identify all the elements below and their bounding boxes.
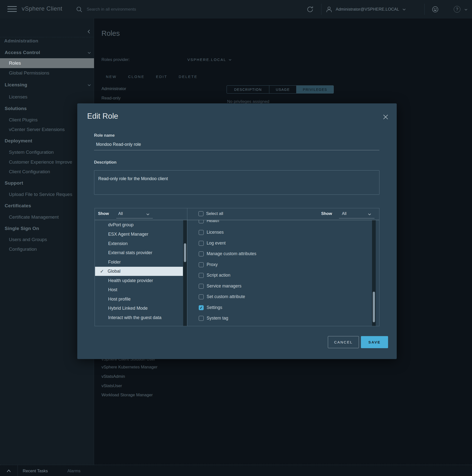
privilege-row[interactable]: System tag: [199, 316, 228, 321]
privilege-row-settings[interactable]: ✓Settings: [199, 305, 222, 310]
list-item[interactable]: External stats provider: [95, 248, 183, 257]
privilege-row[interactable]: Log event: [199, 241, 226, 246]
privilege-row[interactable]: Licenses: [199, 230, 224, 235]
privilege-row[interactable]: Health: [199, 220, 219, 223]
tab-privileges[interactable]: PRIVILEGES: [296, 86, 334, 93]
left-show-label: Show: [98, 211, 109, 216]
help-chevron-down-icon[interactable]: [464, 8, 468, 11]
role-detail-tabs: DESCRIPTION USAGE PRIVILEGES: [227, 85, 334, 94]
collapse-sidebar-icon[interactable]: [87, 29, 91, 34]
page-title: Roles: [101, 29, 120, 38]
right-show-label: Show: [321, 211, 332, 216]
checkbox[interactable]: [199, 262, 204, 267]
list-item[interactable]: Extension: [95, 239, 183, 248]
tab-description[interactable]: DESCRIPTION: [227, 86, 269, 93]
sidebar-item-licensing[interactable]: Licensing: [5, 82, 92, 88]
description-textarea[interactable]: Read-only role for the Mondoo client: [94, 170, 379, 195]
select-all-row[interactable]: Select all: [198, 211, 223, 216]
roles-provider-label: Roles provider:: [101, 57, 130, 62]
cancel-button[interactable]: CANCEL: [328, 336, 359, 348]
roles-action-bar: NEW CLONE EDIT DELETE: [106, 75, 197, 79]
right-scrollbar-thumb[interactable]: [373, 292, 375, 322]
list-item[interactable]: Hybrid Linked Mode: [95, 304, 183, 313]
header-divider: [321, 4, 321, 15]
footer-tab-alarms[interactable]: Alarms: [67, 469, 80, 474]
chevron-down-icon: [87, 83, 91, 87]
role-row[interactable]: vStatsUser: [101, 383, 122, 388]
edit-button[interactable]: EDIT: [156, 75, 167, 79]
checkbox[interactable]: [199, 316, 204, 321]
role-row[interactable]: Read-only: [101, 96, 121, 101]
check-icon: ✓: [100, 267, 104, 276]
modal-title: Edit Role: [87, 112, 118, 121]
sidebar-item-access-control[interactable]: Access Control: [5, 50, 92, 55]
list-item[interactable]: dvPort group: [95, 220, 183, 229]
tab-usage[interactable]: USAGE: [269, 86, 296, 93]
chevron-up-icon[interactable]: [6, 469, 11, 473]
checkbox[interactable]: [199, 284, 204, 289]
checkbox-checked[interactable]: ✓: [199, 305, 204, 310]
clone-button[interactable]: CLONE: [128, 75, 145, 79]
delete-button[interactable]: DELETE: [179, 75, 197, 79]
list-item-selected-global[interactable]: ✓Global: [95, 267, 183, 276]
role-name-input[interactable]: [94, 140, 379, 150]
role-row[interactable]: Administrator: [101, 86, 126, 91]
footer-divider: [18, 465, 18, 476]
privilege-row[interactable]: Script action: [199, 273, 230, 278]
sidebar-item-global-permissions[interactable]: Global Permissions: [0, 70, 94, 76]
privilege-row[interactable]: Set custom attribute: [199, 294, 245, 299]
status-bar: Recent Tasks Alarms: [0, 465, 472, 476]
menu-icon[interactable]: [7, 6, 17, 12]
help-icon[interactable]: ?: [454, 6, 460, 13]
left-dropdown-underline: [116, 218, 153, 218]
chevron-down-icon[interactable]: [368, 212, 372, 216]
checkbox[interactable]: [199, 273, 204, 278]
user-icon: [325, 6, 333, 13]
list-item[interactable]: Host: [95, 285, 183, 294]
privileges-dual-list: Show All Select all Show All dvPort grou…: [95, 208, 379, 326]
checkbox[interactable]: [199, 220, 204, 223]
save-button[interactable]: SAVE: [361, 336, 388, 348]
search-icon: [76, 6, 83, 13]
global-search[interactable]: [76, 4, 234, 14]
sidebar-item-licenses[interactable]: Licenses: [0, 94, 94, 100]
chevron-down-icon: [87, 51, 91, 55]
list-item[interactable]: Folder: [95, 258, 183, 267]
search-input[interactable]: [86, 7, 224, 12]
right-dropdown-underline: [339, 218, 374, 218]
refresh-icon[interactable]: [306, 5, 314, 13]
select-all-label: Select all: [206, 211, 223, 216]
checkbox[interactable]: [199, 230, 204, 235]
feedback-icon[interactable]: [432, 6, 439, 13]
new-button[interactable]: NEW: [106, 75, 117, 79]
list-item[interactable]: Health update provider: [95, 276, 183, 285]
sidebar-section-administration: Administration: [4, 38, 38, 44]
list-item[interactable]: Host profile: [95, 295, 183, 304]
left-scrollbar-thumb[interactable]: [184, 243, 186, 262]
checkbox[interactable]: [199, 241, 204, 246]
footer-tab-recent-tasks[interactable]: Recent Tasks: [23, 469, 48, 474]
left-show-dropdown[interactable]: All: [118, 211, 123, 216]
privilege-row[interactable]: Proxy: [199, 262, 218, 267]
edit-role-modal: Edit Role Role name Description Read-onl…: [77, 103, 397, 359]
left-scrollbar-track[interactable]: [183, 220, 187, 326]
list-item[interactable]: Interact with the guest data: [95, 313, 183, 322]
select-all-checkbox[interactable]: [198, 211, 203, 216]
right-show-dropdown[interactable]: All: [342, 211, 346, 216]
role-row[interactable]: Workload Storage Manager: [101, 393, 153, 398]
user-menu[interactable]: Administrator@VSPHERE.LOCAL: [325, 0, 406, 19]
sidebar-item-roles[interactable]: Roles: [0, 58, 94, 68]
role-row[interactable]: vStatsAdmin: [101, 374, 125, 379]
list-item[interactable]: ESX Agent Manager: [95, 230, 183, 239]
chevron-down-icon[interactable]: [146, 212, 150, 216]
object-type-list: dvPort group ESX Agent Manager Extension…: [95, 220, 187, 326]
role-row[interactable]: vSphere Kubernetes Manager: [101, 365, 157, 370]
roles-provider-dropdown[interactable]: VSPHERE.LOCAL: [187, 57, 232, 62]
chevron-down-icon: [228, 58, 232, 61]
checkbox[interactable]: [199, 294, 204, 299]
close-icon[interactable]: [382, 114, 389, 120]
privilege-row[interactable]: Service managers: [199, 284, 241, 289]
privilege-row[interactable]: Manage custom attributes: [199, 251, 256, 256]
checkbox[interactable]: [199, 251, 204, 256]
user-name: Administrator@VSPHERE.LOCAL: [336, 7, 399, 12]
